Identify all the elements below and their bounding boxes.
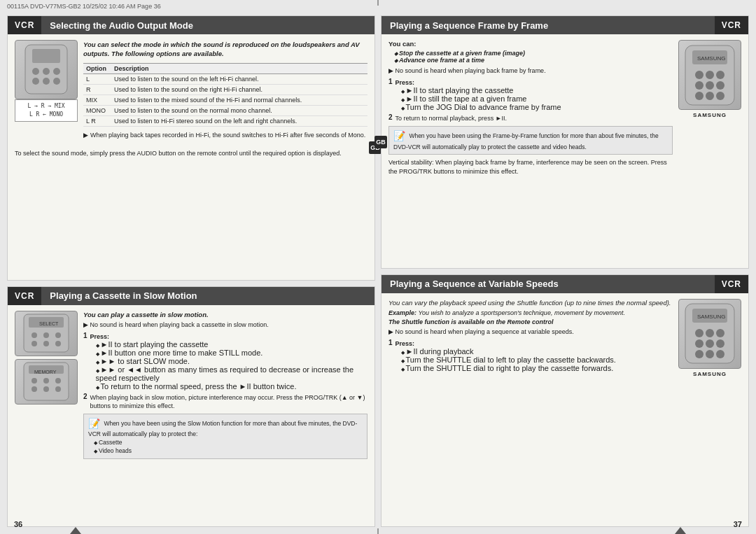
slow-step1: 1 Press: ►II to start playing the casset… [83, 332, 368, 391]
var-body: You can vary the playback speed using th… [382, 293, 748, 383]
right-column: Playing a Sequence Frame by Frame VCR GB… [381, 15, 749, 527]
vcr-badge-var: VCR [715, 275, 748, 293]
left-column: VCR Selecting the Audio Output Mode GB [7, 15, 375, 527]
samsung-label-fbf: SAMSUNG [678, 112, 741, 118]
fbf-arrow-note: ▶ No sound is heard when playing back fr… [388, 67, 673, 74]
svg-point-11 [43, 332, 49, 338]
fbf-press-label: Press: [396, 79, 415, 86]
list-item: Cassette [94, 439, 363, 447]
list-item: ►► or ◄◄ button as many times as require… [96, 365, 368, 382]
list-item: Turn the JOG Dial to advance frame by fr… [401, 103, 673, 111]
slow-images: SELECT MEMORY [15, 311, 78, 459]
table-row: MIXUsed to listen to the mixed sound of … [83, 94, 368, 105]
vcr-badge-slow: VCR [8, 287, 41, 305]
svg-point-28 [695, 71, 704, 79]
fbf-can-list: Stop the cassette at a given frame (imag… [394, 50, 673, 64]
var-step1-content: Press: ►II during playbackTurn the SHUTT… [396, 339, 673, 372]
list-item: Advance one frame at a time [394, 57, 673, 64]
center-mark-top [377, 0, 379, 6]
slow-remote-1: SELECT [15, 311, 78, 356]
list-item: Stop the cassette at a given frame (imag… [394, 50, 673, 57]
svg-point-36 [716, 92, 724, 100]
desc-cell: Used to listen to the sound on the left … [111, 73, 368, 84]
slow-motion-section: VCR Playing a Cassette in Slow Motion [7, 286, 375, 527]
audio-header: VCR Selecting the Audio Output Mode GB [8, 16, 374, 34]
slow-title: Playing a Cassette in Slow Motion [41, 287, 374, 305]
svg-point-5 [32, 78, 39, 85]
slow-body: SELECT MEMORY [8, 305, 374, 465]
svg-point-41 [706, 329, 714, 337]
vcr-badge-audio: VCR [8, 16, 41, 34]
audio-title: Selecting the Audio Output Mode [41, 16, 374, 34]
page-number-left: 36 [14, 520, 22, 528]
option-table: Option Description LUsed to listen to th… [83, 63, 368, 127]
var-title: Playing a Sequence at Variable Speeds [382, 275, 715, 293]
var-example: Example: You wish to analyze a sportsper… [388, 309, 673, 316]
var-right-image: SAMSUNG SAMSUNG [678, 299, 741, 377]
option-cell: MONO [83, 105, 111, 115]
list-item: ►II button one more time to make STILL m… [96, 349, 368, 357]
slow-step2-content: When playing back in slow motion, pictur… [90, 393, 368, 409]
option-cell: L [83, 73, 111, 84]
triangle-left [70, 527, 81, 534]
fbf-body: You can: Stop the cassette at a given fr… [382, 34, 748, 182]
desc-cell: Used to listen to the sound on the norma… [111, 105, 368, 115]
var-press-label: Press: [396, 340, 415, 347]
slow-press-label: Press: [90, 333, 110, 340]
svg-point-19 [31, 378, 37, 384]
var-header: Playing a Sequence at Variable Speeds VC… [382, 275, 748, 293]
list-item: ►II to still the tape at a given frame [401, 94, 673, 103]
samsung-label-var: SAMSUNG [678, 371, 741, 377]
slow-right-content: You can play a cassette in slow motion. … [83, 311, 368, 459]
audio-image-area: L → R → MIX L R ← MONO [15, 40, 78, 139]
you-can-label: You can: [388, 40, 673, 48]
svg-point-23 [43, 386, 49, 392]
svg-point-6 [43, 78, 50, 85]
fbf-step1-list: ►II to start playing the cassette►II to … [401, 86, 673, 111]
svg-point-44 [706, 339, 714, 348]
desc-cell: Used to listen to Hi-Fi stereo sound on … [111, 115, 368, 126]
fbf-step2: 2 To return to normal playback, press ►I… [388, 113, 673, 122]
fbf-left-content: You can: Stop the cassette at a given fr… [388, 40, 673, 176]
slow-note-list: CassetteVideo heads [94, 439, 363, 456]
vcr-badge-fbf: VCR [715, 16, 748, 34]
svg-point-3 [43, 68, 50, 75]
svg-point-7 [53, 78, 60, 85]
fbf-title: Playing a Sequence Frame by Frame [382, 16, 715, 34]
svg-text:SAMSUNG: SAMSUNG [697, 55, 725, 62]
var-remote-image: SAMSUNG [678, 299, 741, 369]
center-mark-bottom [377, 528, 379, 534]
slow-note-box: 📝 When you have been using the Slow Moti… [83, 414, 368, 459]
fbf-step2-content: To return to normal playback, press ►II. [396, 113, 673, 122]
svg-point-32 [706, 81, 714, 90]
svg-point-2 [32, 68, 39, 75]
svg-point-34 [695, 92, 704, 100]
audio-bottom-note: To select the sound mode, simply press t… [8, 149, 374, 162]
option-cell: R [83, 84, 111, 94]
page-header: 00115A DVD-V77MS-GB2 10/25/02 10:46 AM P… [7, 3, 161, 10]
gb-badge-fbf: GB [374, 136, 387, 148]
svg-point-22 [31, 386, 37, 392]
audio-intro: You can select the mode in which the sou… [83, 40, 368, 59]
var-intro: You can vary the playback speed using th… [388, 299, 673, 307]
slow-step2: 2 When playing back in slow motion, pict… [83, 393, 368, 409]
slow-step1-content: Press: ►II to start playing the cassette… [90, 332, 368, 391]
var-arrow-note: ▶ No sound is heard when playing a seque… [388, 328, 673, 335]
svg-point-42 [716, 329, 724, 337]
list-item: Turn the SHUTTLE dial to right to play t… [401, 364, 673, 372]
variable-speeds-section: Playing a Sequence at Variable Speeds VC… [381, 274, 749, 528]
table-row: LUsed to listen to the sound on the left… [83, 73, 368, 84]
remote-image [15, 40, 78, 99]
fbf-step1-content: Press: ►II to start playing the cassette… [396, 78, 673, 111]
svg-point-43 [695, 339, 704, 348]
var-step1: 1 Press: ►II during playbackTurn the SHU… [388, 339, 673, 372]
fbf-step1: 1 Press: ►II to start playing the casset… [388, 78, 673, 111]
slow-remote-2: MEMORY [15, 359, 78, 405]
desc-cell: Used to listen to the mixed sound of the… [111, 94, 368, 105]
slow-arrow-note: ▶ No sound is heard when playing back a … [83, 321, 368, 328]
svg-point-24 [55, 386, 61, 392]
fbf-right-image: SAMSUNG SAMSUNG [678, 40, 741, 176]
main-content: VCR Selecting the Audio Output Mode GB [0, 0, 756, 534]
svg-point-30 [716, 71, 724, 79]
var-left-content: You can vary the playback speed using th… [388, 299, 673, 377]
